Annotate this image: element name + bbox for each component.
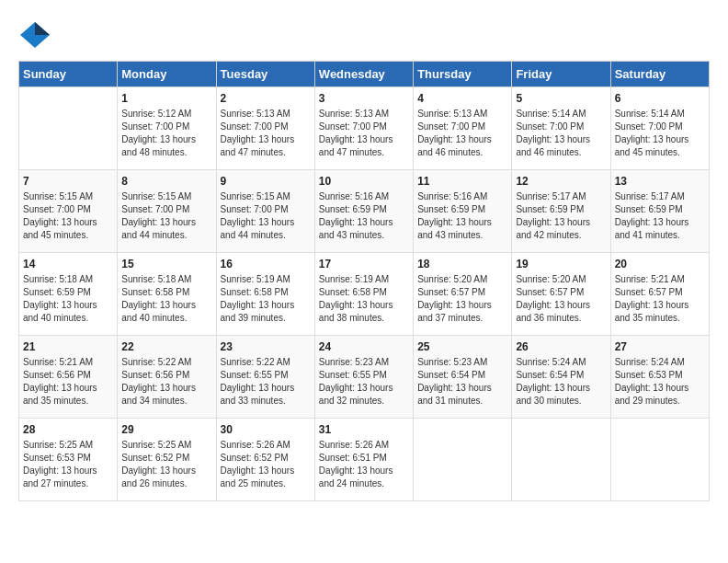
day-number: 24 <box>319 340 409 353</box>
day-number: 4 <box>417 92 507 105</box>
day-info: Sunrise: 5:19 AM Sunset: 6:58 PM Dayligh… <box>221 273 311 325</box>
day-info: Sunrise: 5:26 AM Sunset: 6:52 PM Dayligh… <box>221 439 311 490</box>
day-info: Sunrise: 5:13 AM Sunset: 7:00 PM Dayligh… <box>417 108 507 159</box>
day-info: Sunrise: 5:17 AM Sunset: 6:59 PM Dayligh… <box>615 190 705 242</box>
calendar-cell: 25Sunrise: 5:23 AM Sunset: 6:54 PM Dayli… <box>414 336 512 419</box>
calendar-cell: 10Sunrise: 5:16 AM Sunset: 6:59 PM Dayli… <box>314 170 413 253</box>
day-info: Sunrise: 5:26 AM Sunset: 6:51 PM Dayligh… <box>319 439 409 490</box>
day-number: 22 <box>121 340 211 353</box>
day-info: Sunrise: 5:20 AM Sunset: 6:57 PM Dayligh… <box>516 273 606 325</box>
calendar-cell: 12Sunrise: 5:17 AM Sunset: 6:59 PM Dayli… <box>512 170 610 253</box>
day-info: Sunrise: 5:16 AM Sunset: 6:59 PM Dayligh… <box>417 190 507 242</box>
day-info: Sunrise: 5:23 AM Sunset: 6:54 PM Dayligh… <box>417 356 507 408</box>
calendar-cell <box>512 419 610 501</box>
day-info: Sunrise: 5:19 AM Sunset: 6:58 PM Dayligh… <box>319 273 409 325</box>
calendar-cell: 14Sunrise: 5:18 AM Sunset: 6:59 PM Dayli… <box>19 253 118 336</box>
calendar-cell: 8Sunrise: 5:15 AM Sunset: 7:00 PM Daylig… <box>118 170 216 253</box>
header-friday: Friday <box>512 62 610 87</box>
week-row-2: 7Sunrise: 5:15 AM Sunset: 7:00 PM Daylig… <box>19 170 710 253</box>
day-info: Sunrise: 5:24 AM Sunset: 6:53 PM Dayligh… <box>615 356 705 408</box>
week-row-4: 21Sunrise: 5:21 AM Sunset: 6:56 PM Dayli… <box>19 336 710 419</box>
calendar-cell: 13Sunrise: 5:17 AM Sunset: 6:59 PM Dayli… <box>610 170 709 253</box>
day-number: 12 <box>516 175 606 188</box>
header-monday: Monday <box>118 62 216 87</box>
day-info: Sunrise: 5:18 AM Sunset: 6:58 PM Dayligh… <box>121 273 211 325</box>
day-number: 9 <box>221 175 311 188</box>
day-number: 14 <box>23 258 113 270</box>
calendar-cell <box>19 87 118 170</box>
day-number: 29 <box>121 423 211 436</box>
day-info: Sunrise: 5:20 AM Sunset: 6:57 PM Dayligh… <box>417 273 507 325</box>
calendar-cell: 1Sunrise: 5:12 AM Sunset: 7:00 PM Daylig… <box>118 87 216 170</box>
calendar-cell: 15Sunrise: 5:18 AM Sunset: 6:58 PM Dayli… <box>118 253 216 336</box>
header-wednesday: Wednesday <box>314 62 413 87</box>
calendar-cell: 5Sunrise: 5:14 AM Sunset: 7:00 PM Daylig… <box>512 87 610 170</box>
header-tuesday: Tuesday <box>216 62 314 87</box>
day-number: 8 <box>121 175 211 188</box>
day-info: Sunrise: 5:21 AM Sunset: 6:56 PM Dayligh… <box>23 356 113 408</box>
calendar-cell: 7Sunrise: 5:15 AM Sunset: 7:00 PM Daylig… <box>19 170 118 253</box>
calendar-cell: 9Sunrise: 5:15 AM Sunset: 7:00 PM Daylig… <box>216 170 314 253</box>
calendar-cell: 20Sunrise: 5:21 AM Sunset: 6:57 PM Dayli… <box>610 253 709 336</box>
day-info: Sunrise: 5:21 AM Sunset: 6:57 PM Dayligh… <box>615 273 705 325</box>
calendar-cell: 31Sunrise: 5:26 AM Sunset: 6:51 PM Dayli… <box>314 419 413 501</box>
day-info: Sunrise: 5:15 AM Sunset: 7:00 PM Dayligh… <box>23 190 113 242</box>
page-header <box>18 18 710 52</box>
day-info: Sunrise: 5:25 AM Sunset: 6:53 PM Dayligh… <box>23 439 113 490</box>
calendar-cell: 30Sunrise: 5:26 AM Sunset: 6:52 PM Dayli… <box>216 419 314 501</box>
day-number: 16 <box>221 258 311 270</box>
calendar-cell: 16Sunrise: 5:19 AM Sunset: 6:58 PM Dayli… <box>216 253 314 336</box>
day-info: Sunrise: 5:14 AM Sunset: 7:00 PM Dayligh… <box>516 108 606 159</box>
calendar-cell: 27Sunrise: 5:24 AM Sunset: 6:53 PM Dayli… <box>610 336 709 419</box>
day-number: 26 <box>516 340 606 353</box>
day-info: Sunrise: 5:18 AM Sunset: 6:59 PM Dayligh… <box>23 273 113 325</box>
day-number: 31 <box>319 423 409 436</box>
calendar-cell: 22Sunrise: 5:22 AM Sunset: 6:56 PM Dayli… <box>118 336 216 419</box>
day-number: 18 <box>417 258 507 270</box>
day-number: 28 <box>23 423 113 436</box>
svg-marker-1 <box>35 22 50 35</box>
calendar-cell: 2Sunrise: 5:13 AM Sunset: 7:00 PM Daylig… <box>216 87 314 170</box>
calendar-cell: 3Sunrise: 5:13 AM Sunset: 7:00 PM Daylig… <box>314 87 413 170</box>
calendar-table: SundayMondayTuesdayWednesdayThursdayFrid… <box>18 61 710 501</box>
day-number: 21 <box>23 340 113 353</box>
calendar-cell: 19Sunrise: 5:20 AM Sunset: 6:57 PM Dayli… <box>512 253 610 336</box>
calendar-cell: 6Sunrise: 5:14 AM Sunset: 7:00 PM Daylig… <box>610 87 709 170</box>
day-info: Sunrise: 5:12 AM Sunset: 7:00 PM Dayligh… <box>121 108 211 159</box>
day-info: Sunrise: 5:25 AM Sunset: 6:52 PM Dayligh… <box>121 439 211 490</box>
calendar-cell: 24Sunrise: 5:23 AM Sunset: 6:55 PM Dayli… <box>314 336 413 419</box>
calendar-cell: 23Sunrise: 5:22 AM Sunset: 6:55 PM Dayli… <box>216 336 314 419</box>
calendar-cell <box>610 419 709 501</box>
day-info: Sunrise: 5:16 AM Sunset: 6:59 PM Dayligh… <box>319 190 409 242</box>
calendar-header-row: SundayMondayTuesdayWednesdayThursdayFrid… <box>19 62 710 87</box>
day-number: 17 <box>319 258 409 270</box>
day-number: 11 <box>417 175 507 188</box>
logo <box>18 18 55 52</box>
week-row-1: 1Sunrise: 5:12 AM Sunset: 7:00 PM Daylig… <box>19 87 710 170</box>
day-number: 5 <box>516 92 606 105</box>
calendar-cell: 26Sunrise: 5:24 AM Sunset: 6:54 PM Dayli… <box>512 336 610 419</box>
calendar-cell: 28Sunrise: 5:25 AM Sunset: 6:53 PM Dayli… <box>19 419 118 501</box>
day-number: 13 <box>615 175 705 188</box>
calendar-cell: 4Sunrise: 5:13 AM Sunset: 7:00 PM Daylig… <box>414 87 512 170</box>
day-number: 2 <box>221 92 311 105</box>
day-info: Sunrise: 5:23 AM Sunset: 6:55 PM Dayligh… <box>319 356 409 408</box>
day-number: 19 <box>516 258 606 270</box>
day-number: 25 <box>417 340 507 353</box>
day-number: 27 <box>615 340 705 353</box>
day-number: 30 <box>221 423 311 436</box>
day-info: Sunrise: 5:14 AM Sunset: 7:00 PM Dayligh… <box>615 108 705 159</box>
day-info: Sunrise: 5:13 AM Sunset: 7:00 PM Dayligh… <box>221 108 311 159</box>
day-info: Sunrise: 5:22 AM Sunset: 6:56 PM Dayligh… <box>121 356 211 408</box>
day-number: 7 <box>23 175 113 188</box>
day-info: Sunrise: 5:17 AM Sunset: 6:59 PM Dayligh… <box>516 190 606 242</box>
logo-icon <box>18 18 51 52</box>
day-number: 15 <box>121 258 211 270</box>
day-info: Sunrise: 5:15 AM Sunset: 7:00 PM Dayligh… <box>121 190 211 242</box>
day-number: 10 <box>319 175 409 188</box>
week-row-5: 28Sunrise: 5:25 AM Sunset: 6:53 PM Dayli… <box>19 419 710 501</box>
calendar-cell <box>414 419 512 501</box>
header-saturday: Saturday <box>610 62 709 87</box>
day-number: 6 <box>615 92 705 105</box>
calendar-cell: 29Sunrise: 5:25 AM Sunset: 6:52 PM Dayli… <box>118 419 216 501</box>
